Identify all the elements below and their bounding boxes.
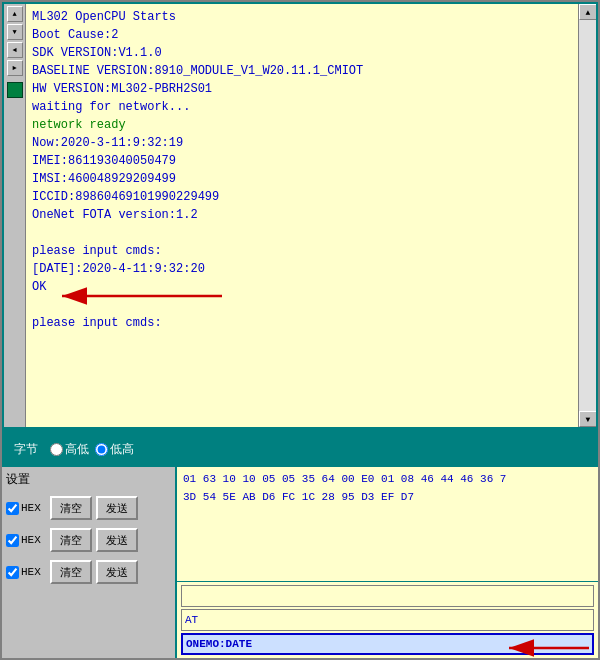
input-row-3: HEX 清空 发送 — [6, 558, 171, 586]
ok-arrow — [32, 278, 252, 314]
terminal-left-buttons: ▲ ▼ ◄ ► — [4, 4, 26, 427]
byte-order-group: 高低 低高 — [50, 441, 134, 458]
hex-line-1: 01 63 10 10 05 05 35 64 00 E0 01 08 46 4… — [183, 471, 592, 489]
terminal-line-8: Now:2020-3-11:9:32:19 — [32, 134, 572, 152]
scroll-up-button[interactable]: ▲ — [7, 6, 23, 22]
command-inputs — [177, 581, 598, 658]
hex-output: 01 63 10 10 05 05 35 64 00 E0 01 08 46 4… — [177, 467, 598, 581]
send-button-1[interactable]: 发送 — [96, 496, 138, 520]
terminal-scrollbar: ▲ ▼ — [578, 4, 596, 427]
terminal-line-10: IMSI:460048929209499 — [32, 170, 572, 188]
clear-button-3[interactable]: 清空 — [50, 560, 92, 584]
terminal-line-3: SDK VERSION:V1.1.0 — [32, 44, 572, 62]
terminal-line-9: IMEI:861193040050479 — [32, 152, 572, 170]
command-input-3-wrapper — [181, 633, 594, 655]
command-input-2[interactable] — [181, 609, 594, 631]
terminal-line-15: please input cmds: — [32, 314, 572, 332]
terminal-line-11: ICCID:89860469101990229499 — [32, 188, 572, 206]
bottom-content: 设置 HEX 清空 发送 HEX 清空 — [2, 467, 598, 658]
hex-line-2: 3D 54 5E AB D6 FC 1C 28 95 D3 EF D7 — [183, 489, 592, 507]
input-row-2: HEX 清空 发送 — [6, 526, 171, 554]
hex-checkbox-3[interactable]: HEX — [6, 566, 46, 579]
hex-display-area: 01 63 10 10 05 05 35 64 00 E0 01 08 46 4… — [177, 467, 598, 658]
settings-label: 设置 — [6, 471, 30, 488]
hex-checkbox-2[interactable]: HEX — [6, 534, 46, 547]
terminal-line-2: Boot Cause:2 — [32, 26, 572, 44]
terminal-line-13: please input cmds: — [32, 242, 572, 260]
terminal-line-4: BASELINE VERSION:8910_MODULE_V1_W20.11.1… — [32, 62, 572, 80]
terminal-line-14: [DATE]:2020-4-11:9:32:20 — [32, 260, 572, 278]
input-controls: 设置 HEX 清空 发送 HEX 清空 — [2, 467, 177, 658]
scroll-right-button[interactable]: ► — [7, 60, 23, 76]
terminal-line-5: HW VERSION:ML302-PBRH2S01 — [32, 80, 572, 98]
status-indicator — [7, 82, 23, 98]
command-input-1[interactable] — [181, 585, 594, 607]
bottom-toolbar: 字节 高低 低高 — [2, 431, 598, 467]
low-high-label: 低高 — [110, 441, 134, 458]
byte-label: 字节 — [14, 441, 38, 458]
bottom-panel: 字节 高低 低高 设置 — [2, 429, 598, 658]
clear-button-2[interactable]: 清空 — [50, 528, 92, 552]
send-button-3[interactable]: 发送 — [96, 560, 138, 584]
scroll-up-right[interactable]: ▲ — [579, 4, 597, 20]
clear-button-1[interactable]: 清空 — [50, 496, 92, 520]
terminal-area: ▲ ▼ ◄ ► ML302 OpenCPU Starts Boot Cause:… — [2, 2, 598, 429]
input-row-1: HEX 清空 发送 — [6, 494, 171, 522]
terminal-line-empty — [32, 224, 572, 242]
hex-checkbox-1[interactable]: HEX — [6, 502, 46, 515]
scroll-down-right[interactable]: ▼ — [579, 411, 597, 427]
command-input-3[interactable] — [181, 633, 594, 655]
low-high-option[interactable]: 低高 — [95, 441, 134, 458]
terminal-line-1: ML302 OpenCPU Starts — [32, 8, 572, 26]
terminal-line-12: OneNet FOTA version:1.2 — [32, 206, 572, 224]
terminal-line-7: network ready — [32, 116, 572, 134]
terminal-output: ML302 OpenCPU Starts Boot Cause:2 SDK VE… — [26, 4, 578, 427]
scroll-left-button[interactable]: ◄ — [7, 42, 23, 58]
scroll-down-button[interactable]: ▼ — [7, 24, 23, 40]
send-button-2[interactable]: 发送 — [96, 528, 138, 552]
high-low-option[interactable]: 高低 — [50, 441, 89, 458]
high-low-label: 高低 — [65, 441, 89, 458]
terminal-line-6: waiting for network... — [32, 98, 572, 116]
